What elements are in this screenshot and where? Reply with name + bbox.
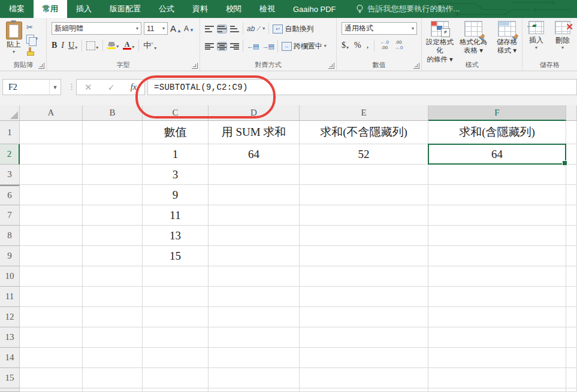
row-header-7[interactable]: 7 (0, 205, 20, 226)
cell-E1[interactable]: 求和(不含隱藏列) (300, 121, 428, 144)
align-middle-icon[interactable] (217, 25, 226, 33)
cell-G9[interactable] (566, 246, 577, 266)
cell-D7[interactable] (209, 205, 300, 226)
cell-D10[interactable] (209, 266, 300, 287)
cell-C14[interactable] (143, 348, 209, 368)
column-header-B[interactable]: B (83, 105, 143, 121)
row-header-9[interactable]: 9 (0, 246, 20, 266)
column-header-A[interactable]: A (20, 105, 83, 121)
font-color-button[interactable]: A▾ (123, 41, 134, 50)
cell-C8[interactable]: 13 (143, 226, 209, 246)
cell-E14[interactable] (300, 348, 428, 368)
cell-B10[interactable] (83, 266, 143, 287)
row-header-3[interactable]: 3 (0, 165, 20, 185)
increase-decimal-button[interactable]: ←.0.00 (380, 40, 389, 51)
cell-E8[interactable] (300, 226, 428, 246)
tell-me[interactable]: 告訴我您想要執行的動作... (356, 0, 460, 18)
delete-cells-button[interactable]: ✕ 刪除▾ (552, 21, 573, 50)
cell-F6[interactable] (428, 185, 566, 205)
cell-D9[interactable] (209, 246, 300, 266)
alignment-dialog-launcher[interactable] (328, 63, 334, 69)
fill-color-button[interactable]: ▾ (107, 42, 119, 49)
font-name-combo[interactable]: 新細明體▾ (52, 22, 141, 35)
cell-A8[interactable] (20, 226, 83, 246)
decrease-decimal-button[interactable]: .00→.0 (394, 40, 403, 51)
cell-G8[interactable] (566, 226, 577, 246)
cell-G1[interactable] (566, 121, 577, 144)
cell-B11[interactable] (83, 287, 143, 307)
cell-C9[interactable]: 15 (143, 246, 209, 266)
cell-C10[interactable] (143, 266, 209, 287)
cell-C11[interactable] (143, 287, 209, 307)
cell-D8[interactable] (209, 226, 300, 246)
italic-button[interactable]: I (61, 41, 64, 50)
formula-input[interactable]: =SUBTOTAL(9,C2:C9) (147, 79, 577, 95)
increase-indent-button[interactable]: →▤ (262, 42, 273, 50)
row-header-8[interactable]: 8 (0, 226, 20, 246)
align-right-icon[interactable] (230, 42, 239, 50)
conditional-formatting-button[interactable]: ≠ 設定格式化的條件 ▾ (424, 21, 455, 63)
align-bottom-icon[interactable] (230, 25, 239, 33)
insert-cells-button[interactable]: ←▰ 插入▾ (526, 21, 546, 50)
cell-E13[interactable] (300, 327, 428, 348)
cell-B12[interactable] (83, 307, 143, 327)
cell-F3[interactable] (428, 165, 566, 185)
underline-button[interactable]: U▾ (68, 41, 77, 50)
cell-D11[interactable] (209, 287, 300, 307)
row-header-10[interactable]: 10 (0, 266, 20, 287)
row-header-6[interactable]: 6 (0, 185, 20, 205)
column-header-E[interactable]: E (300, 105, 428, 121)
format-painter-button[interactable] (26, 47, 34, 55)
cell-D6[interactable] (209, 185, 300, 205)
name-box[interactable]: F2 ▼ (2, 79, 61, 95)
cell-A1[interactable] (20, 121, 83, 144)
paste-button[interactable]: 貼上 ▾ (4, 22, 24, 54)
cell-F10[interactable] (428, 266, 566, 287)
select-all-corner[interactable] (0, 105, 20, 121)
paste-dropdown-arrow[interactable]: ▾ (4, 50, 24, 54)
row-header-2[interactable]: 2 (0, 144, 20, 165)
percent-format-button[interactable]: % (354, 41, 361, 50)
cell-C3[interactable]: 3 (143, 165, 209, 185)
cell-E15[interactable] (300, 368, 428, 388)
cell-B13[interactable] (83, 327, 143, 348)
cell-A11[interactable] (20, 287, 83, 307)
fill-handle[interactable] (562, 160, 567, 166)
tab-review[interactable]: 校閱 (217, 0, 250, 18)
tab-data[interactable]: 資料 (183, 0, 217, 18)
cell-E10[interactable] (300, 266, 428, 287)
cell-D1[interactable]: 用 SUM 求和 (209, 121, 300, 144)
column-header-C[interactable]: C (143, 105, 209, 121)
cell-G10[interactable] (566, 266, 577, 287)
merge-center-button[interactable]: ↔ 跨欄置中▾ (282, 41, 327, 51)
cell-G3[interactable] (566, 165, 577, 185)
cell-C2[interactable]: 1 (143, 144, 209, 165)
cell-G12[interactable] (566, 307, 577, 327)
cell-F9[interactable] (428, 246, 566, 266)
cell-D3[interactable] (209, 165, 300, 185)
cell-D14[interactable] (209, 348, 300, 368)
cell-D12[interactable] (209, 307, 300, 327)
cell-A13[interactable] (20, 327, 83, 348)
cell-F12[interactable] (428, 307, 566, 327)
phonetic-guide-button[interactable]: 中≡▾ (143, 40, 156, 51)
cell-B14[interactable] (83, 348, 143, 368)
cell-D13[interactable] (209, 327, 300, 348)
tab-view[interactable]: 檢視 (250, 0, 284, 18)
wrap-text-button[interactable]: ↩ 自動換列 (273, 24, 313, 34)
cell-B6[interactable] (83, 185, 143, 205)
number-format-combo[interactable]: 通用格式▾ (342, 22, 417, 35)
cell-G14[interactable] (566, 348, 577, 368)
name-box-dropdown-arrow[interactable]: ▼ (49, 80, 61, 95)
cell-A12[interactable] (20, 307, 83, 327)
tab-insert[interactable]: 插入 (67, 0, 101, 18)
cell-styles-button[interactable]: 儲存格樣式 ▾ (491, 21, 522, 63)
cell-A6[interactable] (20, 185, 83, 205)
tab-home[interactable]: 常用 (34, 0, 67, 18)
row-header-15[interactable]: 15 (0, 368, 20, 388)
cell-C12[interactable] (143, 307, 209, 327)
cut-button[interactable]: ✂ (26, 23, 33, 31)
cell-C7[interactable]: 11 (143, 205, 209, 226)
row-header-12[interactable]: 12 (0, 307, 20, 327)
cell-E3[interactable] (300, 165, 428, 185)
